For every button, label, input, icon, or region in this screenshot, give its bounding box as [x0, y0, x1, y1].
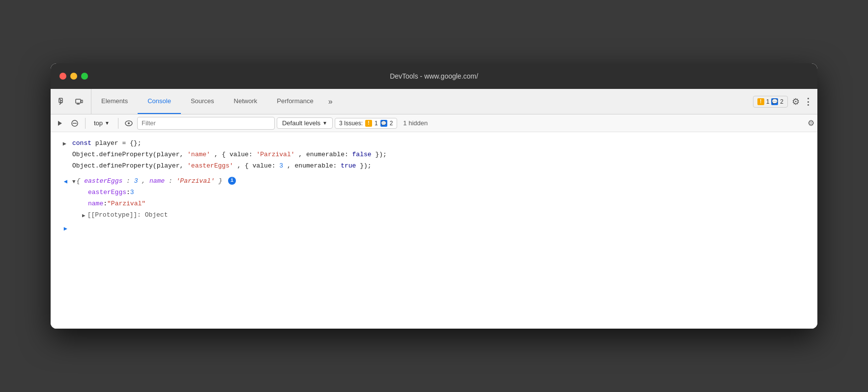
issues-info-icon: 💬: [380, 120, 387, 127]
code-text: player = {};: [95, 140, 142, 147]
minimize-button[interactable]: [70, 73, 77, 80]
cursor-gutter: ▶: [51, 224, 70, 234]
tab-console[interactable]: Console: [138, 89, 181, 114]
expanded-object: easterEggs : 3 name : "Parzival" ▶ [[Pro…: [60, 187, 817, 221]
devtools-window: DevTools - www.google.com/: [51, 63, 817, 329]
traffic-lights: [59, 73, 88, 80]
code-text-3c: , enumerable:: [287, 162, 341, 169]
code-text-3b: , { value:: [237, 162, 279, 169]
prop-key-eastereggs: easterEggs: [88, 188, 126, 198]
prop-val-name: "Parzival": [107, 199, 145, 209]
empty-gutter: [51, 150, 70, 151]
maximize-button[interactable]: [81, 73, 88, 80]
warn-icon: !: [757, 98, 764, 105]
main-toolbar: Elements Console Sources Network Perform…: [51, 89, 817, 114]
string-name: 'name': [187, 151, 210, 158]
more-tabs-button[interactable]: »: [323, 89, 338, 114]
code-line-1: const player = {};: [70, 139, 817, 149]
input-line-2: Object.defineProperty(player, 'name' , {…: [51, 149, 817, 161]
issues-warn-icon: !: [365, 120, 372, 127]
bool-false: false: [352, 151, 372, 158]
console-output: ▶ const player = {}; Object.defineProper…: [51, 132, 817, 329]
devtools-body: Elements Console Sources Network Perform…: [51, 89, 817, 329]
close-button[interactable]: [59, 73, 66, 80]
separator2: [118, 118, 118, 129]
svg-point-9: [128, 122, 130, 124]
chevron-down-icon: ▼: [105, 120, 110, 126]
input-line-1: ▶ const player = {};: [51, 138, 817, 149]
obj-preview[interactable]: { easterEggs : 3 , name : 'Parzival' }: [77, 177, 226, 185]
info-icon-badge: 💬: [771, 98, 778, 105]
prototype-label: [[Prototype]]: Object: [87, 210, 168, 221]
issues-text: 3 Issues:: [339, 120, 363, 127]
prop-eastereggs: easterEggs : 3: [60, 187, 817, 198]
result-line: ◀ ▼ { easterEggs : 3 , name : 'Parzival': [51, 176, 817, 187]
tab-elements[interactable]: Elements: [91, 89, 138, 114]
expand-gutter[interactable]: ▶: [51, 139, 70, 149]
clear-console-button[interactable]: [68, 117, 81, 130]
prop-colon-2: :: [103, 199, 107, 209]
settings-button[interactable]: ⚙: [792, 96, 800, 107]
tab-performance[interactable]: Performance: [267, 89, 323, 114]
keyword-const: const: [72, 140, 91, 147]
device-mode-button[interactable]: [72, 95, 86, 109]
console-issues-count[interactable]: 3 Issues: ! 1 💬 2: [335, 118, 397, 129]
toolbar-right: ! 1 💬 2 ⚙ ⋮: [748, 89, 817, 114]
eye-icon[interactable]: [122, 117, 135, 130]
issues-warn-num: 1: [375, 120, 378, 127]
code-text-2a: Object.defineProperty(player,: [72, 151, 187, 158]
hidden-count-label: 1 hidden: [399, 118, 432, 128]
context-label: top: [94, 119, 103, 127]
code-text-2c: , enumerable:: [298, 151, 352, 158]
string-eastereggs: 'easterEggs': [187, 162, 233, 169]
titlebar-title: DevTools - www.google.com/: [390, 72, 478, 80]
object-info-icon[interactable]: i: [228, 177, 236, 185]
toolbar-left: [51, 89, 91, 114]
prop-colon: :: [126, 188, 130, 198]
titlebar: DevTools - www.google.com/: [51, 63, 817, 89]
svg-rect-1: [76, 99, 81, 103]
bool-true: true: [341, 162, 356, 169]
proto-expand-arrow[interactable]: ▶: [82, 210, 86, 221]
more-options-button[interactable]: ⋮: [804, 96, 812, 107]
prop-val-eastereggs: 3: [130, 188, 134, 198]
cursor-line[interactable]: ▶: [51, 221, 817, 238]
tab-sources[interactable]: Sources: [181, 89, 224, 114]
empty-gutter-2: [51, 161, 70, 162]
string-parzival: 'Parzival': [257, 151, 295, 158]
code-line-3: Object.defineProperty(player, 'easterEgg…: [70, 161, 817, 171]
code-text-2d: });: [375, 151, 386, 158]
input-line-3: Object.defineProperty(player, 'easterEgg…: [51, 161, 817, 172]
spacer: [51, 172, 817, 176]
prototype-line[interactable]: ▶ [[Prototype]]: Object: [60, 210, 817, 221]
num-3: 3: [279, 162, 283, 169]
code-text-2b: , { value:: [214, 151, 257, 158]
svg-rect-2: [81, 100, 83, 103]
issues-warn-count: 1: [766, 98, 770, 105]
issues-info-num: 2: [390, 120, 393, 127]
tab-network[interactable]: Network: [224, 89, 267, 114]
result-content: { easterEggs : 3 , name : 'Parzival' } i: [77, 176, 817, 187]
code-text-3d: });: [360, 162, 371, 169]
prop-name: name : "Parzival": [60, 198, 817, 210]
filter-input[interactable]: [137, 117, 275, 130]
prop-key-name: name: [88, 199, 103, 209]
console-settings-button[interactable]: ⚙: [808, 118, 814, 128]
code-text-3a: Object.defineProperty(player,: [72, 162, 187, 169]
issues-badge[interactable]: ! 1 💬 2: [753, 96, 788, 108]
svg-marker-5: [58, 121, 62, 126]
collapse-arrow[interactable]: ▼: [72, 176, 76, 187]
issues-info-count: 2: [780, 98, 783, 105]
execute-button[interactable]: [54, 117, 66, 130]
levels-chevron-icon: ▼: [322, 120, 327, 126]
console-toolbar: top ▼ Default levels ▼ 3 Issues: ! 1 💬: [51, 114, 817, 132]
inspect-element-button[interactable]: [56, 95, 69, 109]
log-levels-label: Default levels: [282, 119, 320, 127]
context-selector[interactable]: top ▼: [89, 117, 114, 129]
code-line-2: Object.defineProperty(player, 'name' , {…: [70, 150, 817, 160]
separator: [85, 118, 86, 129]
tabs: Elements Console Sources Network Perform…: [91, 89, 748, 114]
result-gutter: ◀: [51, 176, 70, 187]
log-levels-selector[interactable]: Default levels ▼: [277, 117, 333, 129]
